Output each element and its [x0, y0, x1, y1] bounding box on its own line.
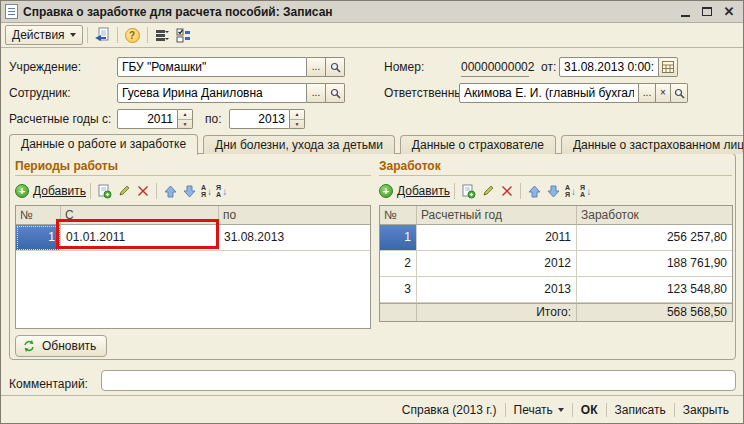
chevron-down-icon — [70, 33, 76, 37]
date-input[interactable] — [559, 57, 659, 77]
earnings-edit-button[interactable] — [479, 183, 496, 200]
maximize-button[interactable] — [699, 4, 715, 20]
number-label: Номер: — [384, 60, 424, 74]
number-value: 00000000002 — [461, 57, 529, 77]
responsible-open-button[interactable] — [671, 83, 688, 103]
earnings-move-up-button[interactable] — [526, 183, 543, 200]
arrow-down-icon — [547, 185, 560, 198]
period-to-cell[interactable]: 31.08.2013 — [219, 225, 370, 251]
work-periods-move-up-button[interactable] — [162, 183, 179, 200]
table-row[interactable]: 2 2012 188 761,90 — [380, 251, 732, 277]
employee-select-button[interactable]: ... — [307, 83, 326, 103]
close-form-button[interactable]: Закрыть — [675, 400, 737, 420]
period-from-cell[interactable]: 01.01.2011 — [61, 225, 219, 251]
year-from-field: ▲▼ — [117, 109, 193, 129]
table-row[interactable]: 1 01.01.2011 31.08.2013 — [16, 225, 370, 251]
employee-open-button[interactable] — [326, 83, 345, 103]
work-periods-delete-button[interactable] — [134, 183, 151, 200]
year-cell[interactable]: 2013 — [417, 277, 577, 303]
years-to-label: по: — [205, 112, 222, 126]
window-title: Справка о заработке для расчета пособий:… — [23, 5, 677, 19]
list-settings-button[interactable] — [152, 25, 173, 46]
actions-menu-button[interactable]: Действия — [5, 25, 83, 45]
work-periods-sort-desc-button[interactable]: ЯА ↓ — [216, 184, 227, 198]
app-window: Справка о заработке для расчета пособий:… — [0, 0, 744, 424]
table-header-row: № Расчетный год Заработок — [380, 206, 732, 225]
institution-open-button[interactable] — [326, 57, 345, 77]
close-button[interactable]: ✕ — [721, 4, 737, 20]
reread-button[interactable] — [92, 25, 113, 46]
amount-cell[interactable]: 256 257,80 — [577, 225, 732, 251]
arrow-down-icon — [183, 185, 196, 198]
delete-icon — [501, 185, 513, 197]
earnings-add-button[interactable]: + Добавить — [379, 184, 450, 198]
tab-work-earnings[interactable]: Данные о работе и заработке — [9, 134, 198, 155]
earnings-move-down-button[interactable] — [545, 183, 562, 200]
magnifier-icon — [330, 88, 341, 99]
responsible-input[interactable] — [459, 83, 639, 103]
work-periods-edit-button[interactable] — [115, 183, 132, 200]
earnings-sort-asc-button[interactable]: АЯ ↓ — [565, 184, 576, 198]
help-icon: ? — [125, 28, 140, 43]
minimize-button[interactable] — [677, 4, 693, 20]
work-periods-copy-button[interactable] — [96, 183, 113, 200]
work-periods-add-button[interactable]: + Добавить — [15, 184, 86, 198]
institution-label: Учреждение: — [9, 60, 81, 74]
spravka-2013-button[interactable]: Справка (2013 г.) — [394, 400, 505, 420]
save-button[interactable]: Записать — [607, 400, 674, 420]
institution-select-button[interactable]: ... — [307, 57, 326, 77]
work-periods-table[interactable]: № С по 1 01.01.2011 31.08.2013 — [15, 205, 371, 329]
magnifier-icon — [674, 88, 685, 99]
chevron-down-icon — [558, 408, 564, 412]
responsible-clear-button[interactable]: × — [656, 83, 671, 103]
refresh-button[interactable]: Обновить — [15, 335, 107, 357]
tab-insurer[interactable]: Данные о страхователе — [400, 135, 556, 154]
year-from-input[interactable] — [117, 109, 178, 129]
employee-input[interactable] — [117, 83, 307, 103]
row-number-cell[interactable]: 2 — [380, 251, 417, 277]
table-header-row: № С по — [16, 206, 370, 225]
work-periods-sort-asc-button[interactable]: АЯ ↓ — [201, 184, 212, 198]
year-to-stepper[interactable]: ▲▼ — [290, 109, 305, 129]
add-label: Добавить — [33, 184, 86, 198]
year-to-field: ▲▼ — [229, 109, 305, 129]
row-number-cell[interactable]: 3 — [380, 277, 417, 303]
refresh-label: Обновить — [42, 339, 96, 353]
institution-input[interactable] — [117, 57, 307, 77]
earnings-copy-button[interactable] — [460, 183, 477, 200]
earnings-sort-desc-button[interactable]: ЯА ↓ — [580, 184, 591, 198]
work-periods-move-down-button[interactable] — [181, 183, 198, 200]
tab-insured-person[interactable]: Данные о застрахованном лице — [561, 135, 744, 154]
amount-cell[interactable]: 123 548,80 — [577, 277, 732, 303]
table-row[interactable]: 1 2011 256 257,80 — [380, 225, 732, 251]
ok-button[interactable]: ОК — [573, 400, 606, 420]
comment-input[interactable] — [101, 370, 736, 391]
calendar-icon — [662, 61, 674, 73]
col-from: С — [61, 206, 219, 225]
help-button[interactable]: ? — [122, 25, 143, 46]
col-number: № — [380, 206, 417, 225]
tab-sick-days[interactable]: Дни болезни, ухода за детьми — [203, 135, 395, 154]
view-settings-button[interactable] — [173, 25, 194, 46]
year-cell[interactable]: 2011 — [417, 225, 577, 251]
earnings-delete-button[interactable] — [498, 183, 515, 200]
row-number-cell[interactable]: 1 — [16, 225, 61, 251]
tab-panel: Периоды работы Заработок + Добавить — [9, 153, 736, 360]
print-button[interactable]: Печать — [506, 400, 572, 420]
footer-button-bar: Справка (2013 г.) Печать ОК Записать Зак… — [1, 395, 743, 424]
delete-icon — [137, 185, 149, 197]
arrow-up-icon — [164, 185, 177, 198]
year-from-stepper[interactable]: ▲▼ — [178, 109, 193, 129]
sort-asc-icon: ↓ — [571, 186, 576, 197]
year-to-input[interactable] — [229, 109, 290, 129]
calendar-button[interactable] — [659, 57, 678, 77]
amount-cell[interactable]: 188 761,90 — [577, 251, 732, 277]
row-number-cell[interactable]: 1 — [380, 225, 417, 251]
col-to: по — [219, 206, 370, 225]
table-row[interactable]: 3 2013 123 548,80 — [380, 277, 732, 303]
year-cell[interactable]: 2012 — [417, 251, 577, 277]
work-periods-toolbar: + Добавить АЯ ↓ — [15, 181, 229, 201]
earnings-table[interactable]: № Расчетный год Заработок 1 2011 256 257… — [379, 205, 733, 322]
sort-asc-icon: ↓ — [207, 186, 212, 197]
responsible-select-button[interactable]: ... — [639, 83, 656, 103]
